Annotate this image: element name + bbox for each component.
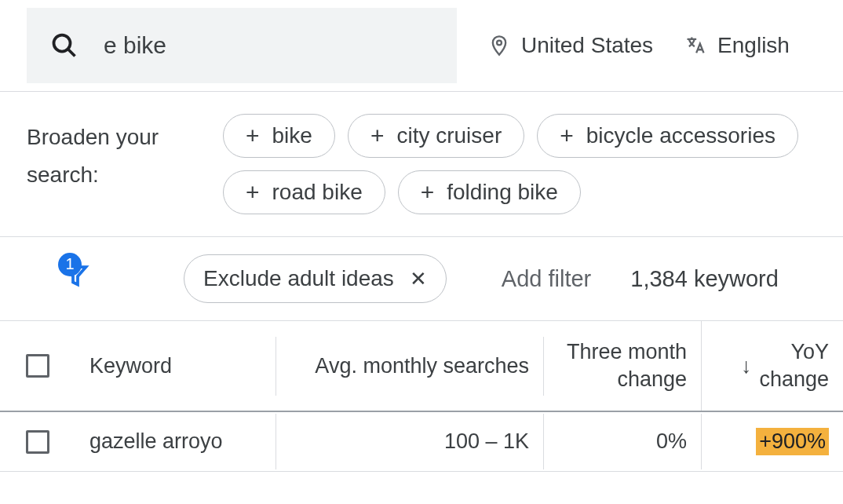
filter-funnel-button[interactable]: 1	[27, 262, 74, 296]
plus-icon: +	[560, 122, 574, 149]
row-check-cell	[0, 415, 75, 469]
close-icon[interactable]: ✕	[410, 267, 427, 291]
svg-point-2	[497, 41, 502, 46]
search-input[interactable]	[102, 31, 433, 60]
location-label: United States	[521, 33, 653, 58]
plus-icon: +	[246, 179, 260, 206]
header-yoy[interactable]: ↓ YoY change	[702, 321, 843, 411]
broaden-chip-bike[interactable]: +bike	[223, 114, 335, 158]
broaden-chip-city-cruiser[interactable]: +city cruiser	[348, 114, 524, 158]
filter-chip-label: Exclude adult ideas	[203, 266, 394, 291]
language-selector[interactable]: English	[684, 33, 790, 58]
header-searches[interactable]: Avg. monthly searches	[276, 337, 544, 396]
table-row: gazelle arroyo 100 – 1K 0% +900%	[0, 412, 843, 472]
language-label: English	[717, 33, 790, 58]
broaden-section: Broaden your search: +bike +city cruiser…	[0, 91, 843, 236]
plus-icon: +	[421, 179, 435, 206]
chip-label: folding bike	[447, 180, 558, 205]
filter-chip-exclude-adult[interactable]: Exclude adult ideas ✕	[184, 254, 447, 303]
header-text: change	[617, 366, 687, 393]
svg-point-0	[54, 35, 71, 52]
broaden-chip-folding-bike[interactable]: +folding bike	[398, 170, 581, 214]
header-three-month[interactable]: Three month change	[544, 321, 702, 411]
plus-icon: +	[370, 122, 385, 149]
select-all-checkbox[interactable]	[26, 354, 49, 378]
keyword-table: Keyword Avg. monthly searches Three mont…	[0, 320, 843, 472]
search-icon	[50, 31, 78, 60]
header-text: change	[759, 366, 829, 393]
keyword-count-label: 1,384 keyword	[630, 266, 779, 292]
cell-searches: 100 – 1K	[276, 414, 544, 469]
search-box[interactable]	[27, 8, 457, 83]
location-selector[interactable]: United States	[488, 33, 653, 58]
chip-label: bicycle accessories	[586, 123, 775, 148]
row-checkbox[interactable]	[26, 430, 49, 454]
cell-three-month: 0%	[544, 414, 702, 469]
cell-keyword[interactable]: gazelle arroyo	[75, 414, 276, 469]
select-all-cell	[0, 337, 75, 395]
broaden-chip-bicycle-accessories[interactable]: +bicycle accessories	[537, 114, 798, 158]
add-filter-button[interactable]: Add filter	[502, 266, 591, 292]
chip-label: city cruiser	[396, 123, 502, 148]
header-text: Three month	[567, 338, 687, 366]
translate-icon	[684, 35, 706, 57]
search-row: United States English	[0, 0, 843, 91]
cell-yoy: +900%	[702, 412, 843, 471]
svg-line-1	[68, 49, 75, 57]
header-keyword[interactable]: Keyword	[75, 337, 276, 396]
table-header-row: Keyword Avg. monthly searches Three mont…	[0, 321, 843, 412]
yoy-value: +900%	[756, 428, 829, 455]
plus-icon: +	[246, 122, 260, 149]
chip-label: bike	[272, 123, 312, 148]
header-text: YoY	[790, 338, 829, 366]
arrow-down-icon: ↓	[741, 352, 752, 380]
broaden-chip-road-bike[interactable]: +road bike	[223, 170, 385, 214]
filter-count-badge: 1	[58, 253, 82, 276]
location-pin-icon	[488, 35, 510, 57]
broaden-label: Broaden your search:	[27, 114, 199, 193]
broaden-chip-wrap: +bike +city cruiser +bicycle accessories…	[223, 114, 816, 214]
filter-bar: 1 Exclude adult ideas ✕ Add filter 1,384…	[0, 236, 843, 320]
chip-label: road bike	[272, 180, 363, 205]
